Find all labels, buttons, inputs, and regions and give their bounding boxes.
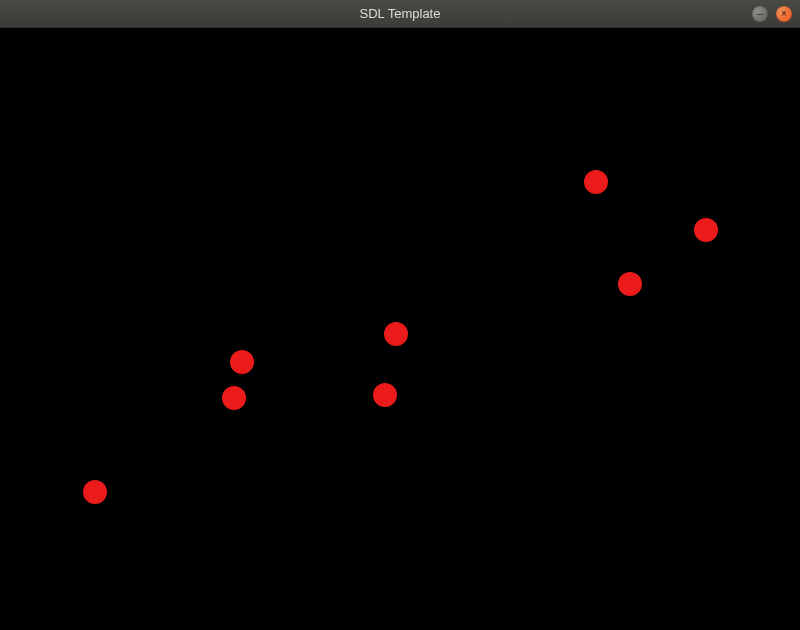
canvas-dot [230, 350, 254, 374]
canvas-dot [584, 170, 608, 194]
window-title: SDL Template [0, 6, 800, 21]
close-icon: × [781, 9, 787, 19]
canvas-dot [83, 480, 107, 504]
canvas-dot [618, 272, 642, 296]
canvas-dot [694, 218, 718, 242]
window-titlebar: SDL Template – × [0, 0, 800, 28]
window-controls: – × [752, 6, 792, 22]
canvas-dot [373, 383, 397, 407]
sdl-canvas [0, 28, 800, 630]
close-button[interactable]: × [776, 6, 792, 22]
minimize-icon: – [757, 9, 763, 19]
minimize-button[interactable]: – [752, 6, 768, 22]
canvas-dot [384, 322, 408, 346]
canvas-dot [222, 386, 246, 410]
